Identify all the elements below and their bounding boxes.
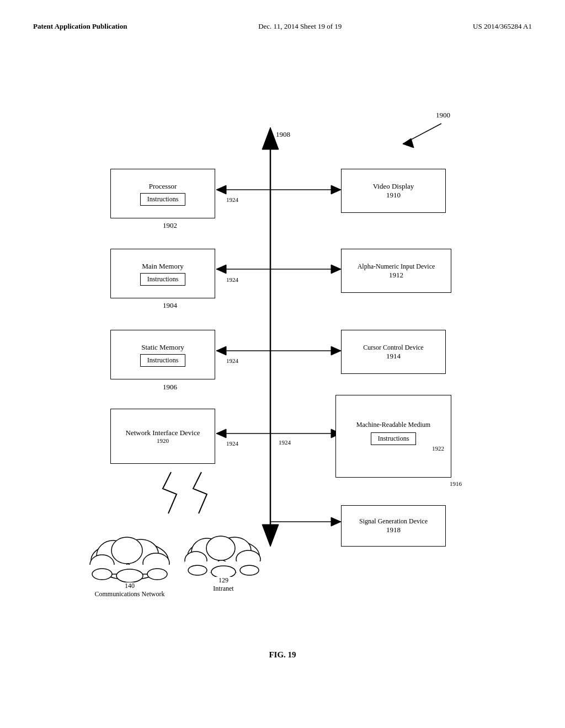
network-interface-box: Network Interface Device 1920 (110, 409, 215, 464)
svg-point-32 (92, 569, 112, 580)
main-memory-title: Main Memory (142, 262, 183, 271)
svg-point-43 (211, 566, 236, 577)
signal-generation-box: Signal Generation Device 1918 (341, 505, 446, 547)
label-1900: 1900 (436, 111, 450, 120)
processor-box: Processor Instructions (110, 169, 215, 218)
bus-1924-2: 1924 (226, 276, 238, 283)
comm-network-label: 140 Communications Network (86, 582, 174, 598)
video-display-title: Video Display (373, 182, 414, 191)
fig-caption: FIG. 19 (0, 650, 565, 660)
svg-point-33 (116, 569, 143, 582)
intranet-label: 129 Intranet (182, 576, 265, 593)
cursor-control-title: Cursor Control Device (363, 344, 423, 352)
page: Patent Application Publication Dec. 11, … (0, 0, 565, 728)
svg-marker-21 (331, 517, 341, 526)
alpha-numeric-number: 1912 (389, 271, 403, 280)
bus-1924-1: 1924 (226, 196, 238, 203)
svg-marker-13 (331, 185, 341, 194)
alpha-numeric-box: Alpha-Numeric Input Device 1912 (341, 249, 451, 293)
network-interface-number: 1920 (157, 437, 169, 444)
svg-point-27 (111, 537, 142, 564)
svg-marker-9 (216, 346, 226, 355)
static-memory-box: Static Memory Instructions (110, 330, 215, 379)
machine-readable-title: Machine-Readable Medium (356, 421, 430, 429)
svg-marker-3 (216, 185, 226, 194)
header: Patent Application Publication Dec. 11, … (0, 0, 565, 36)
main-memory-number: 1904 (163, 301, 177, 310)
machine-readable-number: 1916 (450, 480, 462, 487)
main-memory-instructions-box: Instructions (140, 273, 186, 286)
machine-readable-instructions: Instructions (378, 435, 409, 442)
cursor-control-box: Cursor Control Device 1914 (341, 330, 446, 374)
svg-point-44 (240, 565, 259, 575)
signal-generation-title: Signal Generation Device (359, 517, 428, 526)
bus-1924-5: 1924 (279, 439, 291, 446)
video-display-number: 1910 (386, 191, 401, 200)
machine-readable-instructions-box: Instructions (371, 432, 417, 445)
main-memory-box: Main Memory Instructions (110, 249, 215, 298)
signal-generation-number: 1918 (386, 526, 401, 534)
video-display-box: Video Display 1910 (341, 169, 446, 213)
machine-readable-outer-box: Machine-Readable Medium Instructions 192… (335, 395, 451, 478)
header-right: US 2014/365284 A1 (473, 22, 532, 31)
static-memory-number: 1906 (163, 383, 177, 392)
svg-line-22 (403, 124, 441, 144)
static-memory-title: Static Memory (141, 343, 184, 352)
bus-1924-3: 1924 (226, 357, 238, 364)
header-left: Patent Application Publication (33, 22, 127, 31)
processor-title: Processor (149, 182, 177, 191)
machine-readable-inner-number: 1922 (432, 445, 444, 452)
communications-network-cloud: 140 Communications Network (86, 516, 174, 598)
diagram: 1900 1908 Processor Instructions 1902 19… (0, 42, 565, 676)
svg-point-38 (206, 536, 235, 560)
svg-marker-11 (216, 429, 226, 438)
svg-marker-15 (331, 265, 341, 274)
processor-instructions-box: Instructions (140, 193, 186, 206)
cursor-control-number: 1914 (386, 352, 401, 361)
svg-marker-23 (403, 138, 414, 148)
static-memory-instructions: Instructions (147, 356, 179, 364)
bus-label: 1908 (276, 130, 290, 139)
svg-marker-7 (216, 265, 226, 274)
svg-marker-17 (331, 346, 341, 355)
network-interface-title: Network Interface Device (126, 429, 200, 437)
main-memory-instructions: Instructions (147, 275, 179, 283)
header-center: Dec. 11, 2014 Sheet 19 of 19 (258, 22, 342, 31)
svg-point-42 (188, 565, 207, 575)
static-memory-instructions-box: Instructions (140, 354, 186, 367)
alpha-numeric-title: Alpha-Numeric Input Device (358, 263, 435, 271)
processor-instructions: Instructions (147, 195, 179, 203)
intranet-cloud: 129 Intranet (182, 516, 265, 593)
bus-1924-4: 1924 (226, 440, 238, 447)
svg-point-34 (147, 569, 167, 580)
processor-number: 1902 (163, 221, 177, 230)
